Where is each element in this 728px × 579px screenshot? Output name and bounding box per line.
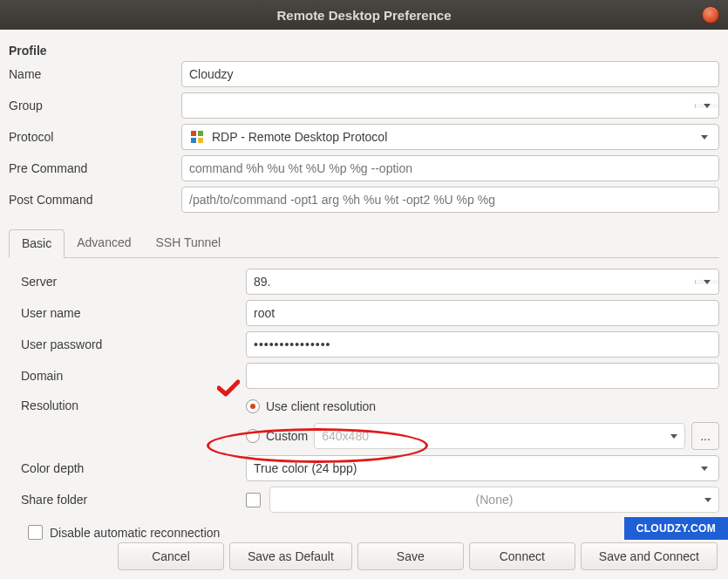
dialog-body: Profile Name Group Protocol RDP - Remote xyxy=(0,30,728,547)
chevron-down-icon xyxy=(704,498,711,502)
chevron-down-icon[interactable] xyxy=(695,104,718,108)
footer-button-bar: Cancel Save as Default Save Connect Save… xyxy=(10,542,718,570)
section-profile-heading: Profile xyxy=(9,44,719,58)
username-input[interactable] xyxy=(246,300,719,326)
custom-resolution-select[interactable]: 640x480 xyxy=(314,423,685,449)
svg-rect-1 xyxy=(198,131,203,136)
password-input[interactable] xyxy=(246,331,719,358)
label-group: Group xyxy=(9,99,181,112)
precommand-input[interactable] xyxy=(181,155,719,181)
label-colordepth: Color depth xyxy=(21,461,246,475)
label-password: User password xyxy=(21,337,246,351)
radio-use-client-resolution-label: Use client resolution xyxy=(266,399,376,413)
label-domain: Domain xyxy=(21,369,246,383)
postcommand-input[interactable] xyxy=(181,187,719,213)
label-username: User name xyxy=(21,306,246,320)
protocol-combo[interactable]: RDP - Remote Desktop Protocol xyxy=(181,124,719,150)
resolution-more-button[interactable]: ... xyxy=(691,422,719,450)
chevron-down-icon[interactable] xyxy=(695,280,718,284)
colordepth-combo-text: True color (24 bpp) xyxy=(254,461,697,475)
protocol-combo-text: RDP - Remote Desktop Protocol xyxy=(212,130,387,144)
titlebar: Remote Desktop Preference xyxy=(0,0,728,30)
close-icon[interactable] xyxy=(702,6,719,24)
domain-input[interactable] xyxy=(246,363,719,389)
radio-use-client-resolution[interactable] xyxy=(246,399,260,413)
svg-rect-3 xyxy=(198,138,203,143)
watermark-badge: CLOUDZY.COM xyxy=(624,517,728,540)
chevron-down-icon[interactable] xyxy=(697,467,711,471)
colordepth-combo[interactable]: True color (24 bpp) xyxy=(246,455,719,481)
label-postcommand: Post Command xyxy=(9,193,181,207)
sharefolder-checkbox[interactable] xyxy=(246,493,261,507)
cancel-button[interactable]: Cancel xyxy=(118,542,224,570)
window-title: Remote Desktop Preference xyxy=(276,8,451,23)
window-root: Remote Desktop Preference Profile Name G… xyxy=(0,0,728,579)
save-as-default-button[interactable]: Save as Default xyxy=(229,542,352,570)
connect-button[interactable]: Connect xyxy=(469,542,575,570)
name-input[interactable] xyxy=(181,61,719,87)
server-combo[interactable]: 89. xyxy=(246,269,719,295)
svg-rect-2 xyxy=(191,138,196,143)
tab-bar: Basic Advanced SSH Tunnel xyxy=(9,228,719,258)
sharefolder-select[interactable]: (None) xyxy=(269,487,719,513)
tab-basic[interactable]: Basic xyxy=(9,229,65,258)
disable-auto-reconnect-checkbox[interactable] xyxy=(28,525,43,540)
tab-advanced[interactable]: Advanced xyxy=(65,229,143,258)
disable-auto-reconnect-label: Disable automatic reconnection xyxy=(50,526,220,540)
chevron-down-icon xyxy=(670,434,677,439)
label-resolution: Resolution xyxy=(21,394,246,412)
svg-rect-0 xyxy=(191,131,196,136)
group-combo-text xyxy=(182,93,695,118)
chevron-down-icon[interactable] xyxy=(697,135,711,140)
rdp-icon xyxy=(189,129,205,145)
save-button[interactable]: Save xyxy=(357,542,464,570)
server-combo-text: 89. xyxy=(247,269,695,294)
label-precommand: Pre Command xyxy=(9,161,181,175)
label-protocol: Protocol xyxy=(9,130,181,144)
radio-custom-resolution-label: Custom xyxy=(266,429,308,443)
group-combo[interactable] xyxy=(181,92,719,119)
radio-custom-resolution[interactable] xyxy=(246,429,260,443)
label-sharefolder: Share folder xyxy=(21,493,246,507)
label-name: Name xyxy=(9,67,181,81)
label-server: Server xyxy=(21,275,246,289)
tab-ssh-tunnel[interactable]: SSH Tunnel xyxy=(144,229,234,258)
save-and-connect-button[interactable]: Save and Connect xyxy=(581,542,718,570)
